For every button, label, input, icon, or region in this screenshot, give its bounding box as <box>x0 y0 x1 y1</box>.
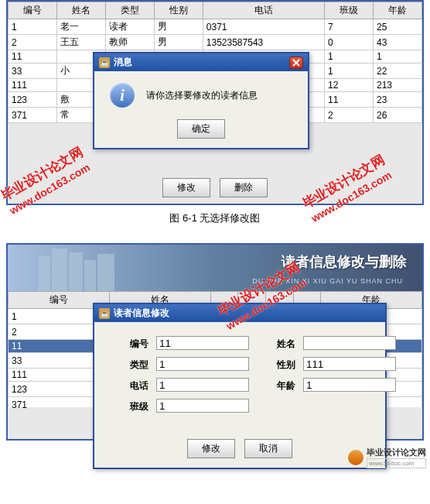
banner-art <box>39 245 155 291</box>
dialog-title: 消息 <box>114 56 289 69</box>
table-row[interactable]: 2王五教师男13523587543043 <box>9 35 422 50</box>
column-header[interactable]: 类型 <box>105 2 154 19</box>
table-cell: 22 <box>374 63 422 79</box>
column-header[interactable]: 年龄 <box>374 2 422 19</box>
figure-caption-1: 图 6-1 无选择修改图 <box>0 205 430 231</box>
table-cell: 371 <box>9 108 57 123</box>
message-dialog: ☕ 消息 i 请你选择要修改的读者信息 确定 <box>93 52 309 149</box>
column-header[interactable]: 编号 <box>9 2 57 19</box>
dialog-modify-button[interactable]: 修改 <box>187 439 235 458</box>
table-cell: 1 <box>325 50 374 63</box>
phone-field[interactable] <box>156 378 249 392</box>
table-cell: 11 <box>9 50 57 63</box>
edit-dialog: ☕ 读者信息修改 编号 姓名 类型 性别 电话 年龄 班级 修改 <box>93 303 387 469</box>
type-field[interactable] <box>156 357 249 371</box>
dialog-title: 读者信息修改 <box>114 307 381 320</box>
table-cell: 王五 <box>56 35 105 50</box>
table-cell: 23 <box>374 92 422 108</box>
table-cell: 0371 <box>203 19 324 35</box>
table-cell: 43 <box>374 35 422 50</box>
delete-button[interactable]: 删除 <box>220 178 268 197</box>
table-cell: 教师 <box>105 35 154 50</box>
id-label: 编号 <box>110 336 148 351</box>
logo-icon <box>348 450 363 465</box>
banner-title: 读者信息修改与删除 <box>282 252 407 271</box>
table-cell: 1 <box>9 19 57 35</box>
gender-label: 性别 <box>257 357 295 372</box>
column-header[interactable]: 姓名 <box>56 2 105 19</box>
name-field[interactable] <box>303 336 396 350</box>
column-header[interactable]: 电话 <box>203 2 324 19</box>
age-label: 年龄 <box>257 378 295 393</box>
class-label: 班级 <box>110 399 148 413</box>
table-cell: 2 <box>9 35 57 50</box>
close-icon[interactable] <box>289 57 303 69</box>
table-cell: 0 <box>325 35 374 50</box>
table-cell: 2 <box>325 108 374 123</box>
panel-2: 读者信息修改与删除 DU ZHE XIN XI XIU GAI YU SHAN … <box>6 243 424 441</box>
age-field[interactable] <box>303 378 396 392</box>
dialog-titlebar[interactable]: ☕ 消息 <box>94 53 308 71</box>
table-cell: 读者 <box>105 19 154 35</box>
dialog-button-row: 确定 <box>94 115 308 148</box>
figure-6-1: 编号姓名类型性别电话班级年龄 1老一读者男03717252王五教师男135235… <box>0 0 430 231</box>
table-cell: 26 <box>374 108 422 123</box>
table-cell: 25 <box>374 19 422 35</box>
dialog-body: i 请你选择要修改的读者信息 <box>94 71 308 115</box>
modify-button[interactable]: 修改 <box>162 178 210 197</box>
table-cell: 213 <box>374 79 422 92</box>
id-field[interactable] <box>156 336 249 350</box>
table-cell: 男 <box>154 19 203 35</box>
gender-field[interactable] <box>303 357 396 371</box>
dialog-cancel-button[interactable]: 取消 <box>244 439 292 458</box>
table-cell: 老一 <box>56 19 105 35</box>
table-cell: 7 <box>325 19 374 35</box>
ok-button[interactable]: 确定 <box>177 119 225 139</box>
table-cell: 1 <box>374 50 422 63</box>
table-cell: 111 <box>9 79 57 92</box>
logo-text: 毕业设计论文网 <box>367 447 426 458</box>
name-label: 姓名 <box>257 336 295 351</box>
dialog-titlebar[interactable]: ☕ 读者信息修改 <box>94 304 385 322</box>
logo-url: www.56doc.com <box>367 458 426 468</box>
dialog-button-row: 修改 取消 <box>94 427 385 468</box>
class-field[interactable] <box>156 399 249 413</box>
figure-6-2: 读者信息修改与删除 DU ZHE XIN XI XIU GAI YU SHAN … <box>0 243 430 467</box>
table-cell: 123 <box>9 92 57 108</box>
banner-subtitle: DU ZHE XIN XI XIU GAI YU SHAN CHU <box>252 277 403 285</box>
table-cell: 13523587543 <box>203 35 324 50</box>
java-icon: ☕ <box>99 57 110 68</box>
dialog-message: 请你选择要修改的读者信息 <box>146 89 258 102</box>
table-cell: 1 <box>325 63 374 79</box>
table-cell: 男 <box>154 35 203 50</box>
table-cell: 33 <box>9 63 57 79</box>
table-cell: 11 <box>325 92 374 108</box>
panel-1: 编号姓名类型性别电话班级年龄 1老一读者男03717252王五教师男135235… <box>6 0 424 205</box>
table-cell: 12 <box>325 79 374 92</box>
button-bar-1: 修改 删除 <box>8 172 422 204</box>
banner: 读者信息修改与删除 DU ZHE XIN XI XIU GAI YU SHAN … <box>8 245 422 291</box>
footer-logo: 毕业设计论文网 www.56doc.com <box>348 447 426 468</box>
column-header[interactable]: 班级 <box>325 2 374 19</box>
type-label: 类型 <box>110 357 148 372</box>
info-icon: i <box>110 83 135 108</box>
table-row[interactable]: 1老一读者男0371725 <box>9 19 422 35</box>
java-icon: ☕ <box>99 308 110 319</box>
column-header[interactable]: 性别 <box>154 2 203 19</box>
phone-label: 电话 <box>110 378 148 393</box>
edit-form: 编号 姓名 类型 性别 电话 年龄 班级 <box>94 322 385 427</box>
